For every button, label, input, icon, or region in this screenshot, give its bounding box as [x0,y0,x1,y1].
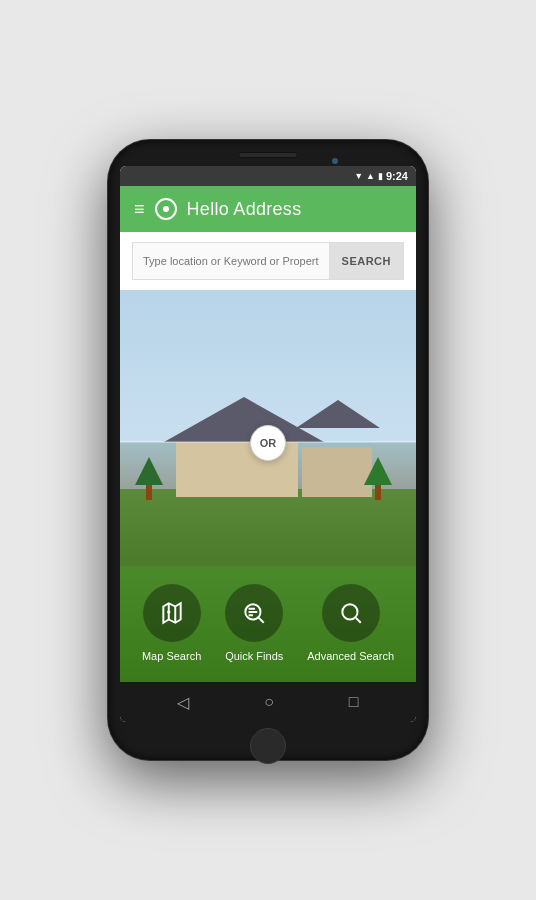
svg-point-8 [342,604,357,619]
location-icon [155,198,177,220]
app-header: ≡ Hello Address [120,186,416,232]
signal-icon: ▲ [366,171,375,181]
quick-finds-icon [241,600,267,626]
advanced-search-circle [322,584,380,642]
or-divider: OR [250,425,286,461]
quick-finds-item[interactable]: Quick Finds [225,584,283,662]
menu-icon[interactable]: ≡ [134,200,145,218]
advanced-search-item[interactable]: Advanced Search [307,584,394,662]
search-input[interactable] [132,242,329,280]
action-buttons: Map Search Quick Finds [130,584,406,662]
back-button[interactable]: ◁ [177,693,189,712]
search-area: SEARCH [120,232,416,290]
nav-bar: ◁ ○ □ [120,682,416,722]
map-search-circle [143,584,201,642]
svg-line-4 [259,617,264,622]
quick-finds-circle [225,584,283,642]
search-button[interactable]: SEARCH [329,242,404,280]
status-time: 9:24 [386,170,408,182]
map-search-item[interactable]: Map Search [142,584,201,662]
svg-line-9 [355,618,360,623]
map-search-icon [159,600,185,626]
wifi-icon: ▼ [354,171,363,181]
phone-screen: ▼ ▲ ▮ 9:24 ≡ Hello Address SEARCH [120,166,416,722]
phone-frame: ▼ ▲ ▮ 9:24 ≡ Hello Address SEARCH [108,140,428,760]
recent-button[interactable]: □ [349,693,359,711]
phone-speaker [238,152,298,158]
home-button[interactable]: ○ [264,693,274,711]
phone-home-button [250,728,286,764]
hero-area: OR [120,290,416,566]
map-search-label: Map Search [142,650,201,662]
advanced-search-label: Advanced Search [307,650,394,662]
status-bar: ▼ ▲ ▮ 9:24 [120,166,416,186]
app-title: Hello Address [187,199,302,220]
battery-icon: ▮ [378,171,383,181]
bottom-section: Map Search Quick Finds [120,566,416,682]
svg-point-2 [167,610,170,613]
advanced-search-icon [338,600,364,626]
quick-finds-label: Quick Finds [225,650,283,662]
phone-camera [332,158,338,164]
